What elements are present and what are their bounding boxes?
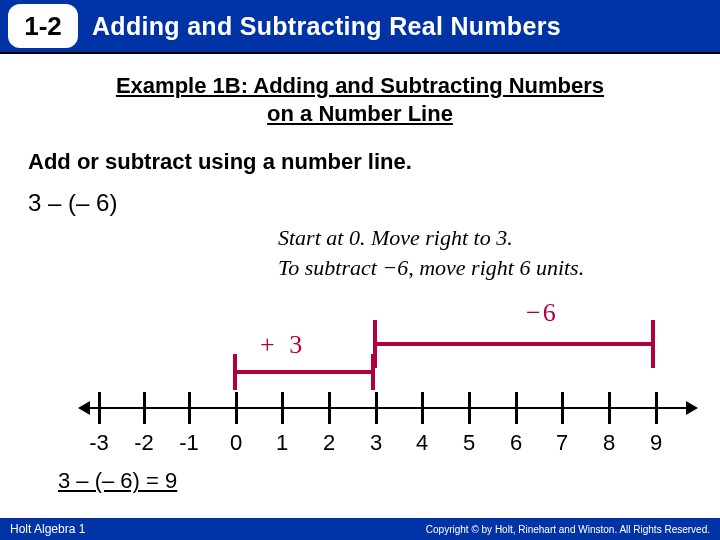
tick-label: 5 bbox=[463, 430, 475, 456]
step-2: To subtract −6, move right 6 units. bbox=[278, 253, 692, 283]
tick-label: 0 bbox=[230, 430, 242, 456]
instruction-text: Add or subtract using a number line. bbox=[28, 149, 692, 175]
tick-label: 2 bbox=[323, 430, 335, 456]
slide-footer: Holt Algebra 1 Copyright © by Holt, Rine… bbox=[0, 518, 720, 540]
tick-label: -2 bbox=[134, 430, 154, 456]
tick-label: 9 bbox=[650, 430, 662, 456]
section-badge: 1-2 bbox=[8, 4, 78, 48]
tick-mark bbox=[515, 392, 518, 424]
tick-label: 3 bbox=[370, 430, 382, 456]
tick-label: 1 bbox=[276, 430, 288, 456]
segment-minus-6-end-right bbox=[651, 320, 655, 368]
section-number: 1-2 bbox=[24, 11, 62, 42]
segment-minus-6-end-left bbox=[373, 320, 377, 368]
tick-mark bbox=[421, 392, 424, 424]
tick-label: 7 bbox=[556, 430, 568, 456]
tick-mark bbox=[375, 392, 378, 424]
tick-mark bbox=[655, 392, 658, 424]
segment-plus-3-end-left bbox=[233, 354, 237, 390]
step-1: Start at 0. Move right to 3. bbox=[278, 223, 692, 253]
label-minus-6: −6 bbox=[526, 298, 558, 328]
slide-body: Example 1B: Adding and Subtracting Numbe… bbox=[0, 54, 720, 494]
step-explanation: Start at 0. Move right to 3. To subtract… bbox=[278, 223, 692, 282]
tick-label: -1 bbox=[179, 430, 199, 456]
slide-header: 1-2 Adding and Subtracting Real Numbers bbox=[0, 0, 720, 54]
tick-label: 4 bbox=[416, 430, 428, 456]
segment-minus-6 bbox=[375, 342, 655, 346]
footer-left: Holt Algebra 1 bbox=[10, 522, 85, 536]
tick-label: 8 bbox=[603, 430, 615, 456]
label-plus-3: + 3 bbox=[260, 330, 306, 360]
problem-expression: 3 – (– 6) bbox=[28, 189, 692, 217]
footer-right: Copyright © by Holt, Rinehart and Winsto… bbox=[426, 524, 710, 535]
number-line-axis bbox=[88, 407, 688, 409]
tick-mark bbox=[468, 392, 471, 424]
tick-label: 6 bbox=[510, 430, 522, 456]
tick-label: -3 bbox=[89, 430, 109, 456]
tick-mark bbox=[328, 392, 331, 424]
tick-mark bbox=[281, 392, 284, 424]
tick-mark bbox=[235, 392, 238, 424]
segment-plus-3 bbox=[235, 370, 375, 374]
answer-expression: 3 – (– 6) = 9 bbox=[58, 468, 692, 494]
tick-mark bbox=[143, 392, 146, 424]
tick-mark bbox=[608, 392, 611, 424]
tick-mark bbox=[98, 392, 101, 424]
example-title: Example 1B: Adding and Subtracting Numbe… bbox=[28, 72, 692, 127]
lesson-title: Adding and Subtracting Real Numbers bbox=[92, 12, 561, 41]
tick-mark bbox=[561, 392, 564, 424]
example-title-line1: Example 1B: Adding and Subtracting Numbe… bbox=[116, 73, 604, 98]
tick-mark bbox=[188, 392, 191, 424]
number-line-diagram: + 3 −6 -3-2-10123456789 bbox=[28, 292, 692, 462]
example-title-line2: on a Number Line bbox=[267, 101, 453, 126]
